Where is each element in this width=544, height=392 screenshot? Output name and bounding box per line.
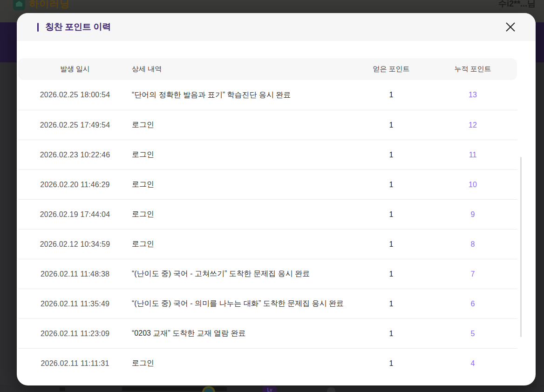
- row-total-points: 10: [428, 181, 517, 189]
- table-row: 2026.02.11 11:35:49 “(난이도 중) 국어 - 의미를 나누…: [18, 289, 517, 318]
- row-earned-points: 1: [354, 210, 428, 219]
- table-row: 2026.02.11 11:48:38 “(난이도 중) 국어 - 고쳐쓰기” …: [18, 259, 517, 289]
- row-total-points: 5: [428, 330, 517, 338]
- table-row: 2026.02.11 11:11:31 로그인 1 4: [18, 348, 517, 378]
- title-accent-bar: [37, 23, 39, 32]
- row-detail: “(난이도 중) 국어 - 의미를 나누는 대화” 도착한 문제집 응시 완료: [132, 299, 354, 309]
- row-datetime: 2026.02.19 17:44:04: [18, 210, 132, 219]
- row-total-points: 6: [428, 300, 517, 308]
- row-total-points: 12: [428, 121, 517, 129]
- table-row: 2026.02.23 10:22:46 로그인 1 11: [18, 140, 517, 169]
- row-datetime: 2026.02.20 11:46:29: [18, 181, 132, 189]
- row-earned-points: 1: [354, 121, 428, 129]
- points-table: 발생 일시 상세 내역 얻은 포인트 누적 포인트 2026.02.25 18:…: [18, 58, 517, 378]
- row-earned-points: 1: [354, 181, 428, 189]
- close-button[interactable]: [502, 19, 519, 35]
- row-earned-points: 1: [354, 359, 428, 368]
- row-detail: 로그인: [132, 180, 354, 189]
- header-datetime: 발생 일시: [18, 65, 132, 74]
- row-detail: 로그인: [132, 239, 354, 249]
- row-earned-points: 1: [354, 330, 428, 338]
- header-detail: 상세 내역: [132, 65, 354, 74]
- modal-header: 칭찬 포인트 이력: [17, 13, 536, 41]
- row-datetime: 2026.02.11 11:11:31: [18, 359, 132, 368]
- row-datetime: 2026.02.11 11:48:38: [18, 270, 132, 278]
- row-earned-points: 1: [354, 91, 428, 99]
- row-detail: 로그인: [132, 358, 354, 368]
- table-header-row: 발생 일시 상세 내역 얻은 포인트 누적 포인트: [18, 58, 517, 80]
- row-datetime: 2026.02.12 10:34:59: [18, 240, 132, 249]
- row-total-points: 13: [428, 91, 517, 99]
- row-detail: “0203 교재” 도착한 교재 열람 완료: [132, 329, 354, 338]
- header-earned-points: 얻은 포인트: [354, 65, 428, 74]
- row-total-points: 4: [428, 359, 517, 368]
- row-total-points: 8: [428, 240, 517, 249]
- praise-point-history-modal: 칭찬 포인트 이력 발생 일시 상세 내역 얻은 포인트 누적 포인트 2026…: [17, 13, 536, 385]
- scrollbar-thumb[interactable]: [520, 157, 522, 337]
- row-earned-points: 1: [354, 240, 428, 249]
- row-datetime: 2026.02.11 11:23:09: [18, 330, 132, 338]
- row-earned-points: 1: [354, 270, 428, 278]
- row-datetime: 2026.02.23 10:22:46: [18, 151, 132, 159]
- table-row: 2026.02.11 11:23:09 “0203 교재” 도착한 교재 열람 …: [18, 318, 517, 348]
- table-row: 2026.02.25 17:49:54 로그인 1 12: [18, 110, 517, 140]
- row-total-points: 7: [428, 270, 517, 278]
- row-total-points: 9: [428, 210, 517, 219]
- row-datetime: 2026.02.11 11:35:49: [18, 300, 132, 308]
- table-row: 2026.02.25 18:00:54 “단어의 정확한 발음과 표기” 학습진…: [18, 80, 517, 110]
- row-detail: 로그인: [132, 150, 354, 160]
- row-total-points: 11: [428, 151, 517, 159]
- header-total-points: 누적 포인트: [428, 65, 517, 74]
- modal-title-wrap: 칭찬 포인트 이력: [37, 21, 111, 33]
- table-body: 2026.02.25 18:00:54 “단어의 정확한 발음과 표기” 학습진…: [18, 80, 517, 378]
- row-earned-points: 1: [354, 300, 428, 308]
- table-row: 2026.02.12 10:34:59 로그인 1 8: [18, 229, 517, 259]
- row-datetime: 2026.02.25 18:00:54: [18, 91, 132, 99]
- row-detail: “(난이도 중) 국어 - 고쳐쓰기” 도착한 문제집 응시 완료: [132, 269, 354, 279]
- row-detail: 로그인: [132, 120, 354, 130]
- table-row: 2026.02.19 17:44:04 로그인 1 9: [18, 199, 517, 229]
- table-row: 2026.02.20 11:46:29 로그인 1 10: [18, 169, 517, 199]
- modal-title: 칭찬 포인트 이력: [45, 21, 111, 33]
- row-detail: “단어의 정확한 발음과 표기” 학습진단 응시 완료: [132, 90, 354, 100]
- row-datetime: 2026.02.25 17:49:54: [18, 121, 132, 129]
- row-detail: 로그인: [132, 210, 354, 219]
- row-earned-points: 1: [354, 151, 428, 159]
- close-icon: [505, 21, 516, 33]
